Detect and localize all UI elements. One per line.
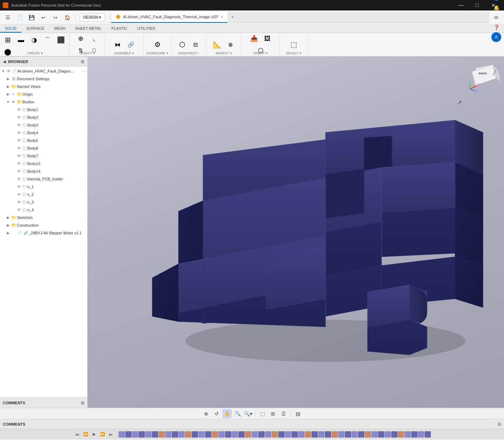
tree-eye-n4[interactable]: 👁 <box>16 208 22 212</box>
display-mode-button[interactable]: ▤ <box>293 409 302 418</box>
tree-extra-root[interactable]: ⋯ <box>82 69 86 73</box>
tree-check-body7[interactable]: ☐ <box>22 154 27 158</box>
tree-check-body3[interactable]: ☐ <box>22 123 27 128</box>
timeline-item[interactable] <box>371 431 378 438</box>
offset-plane-tool[interactable]: ⬡ <box>176 39 189 50</box>
tree-eye-thermal-pcb[interactable]: 👁 <box>16 177 22 181</box>
tree-item-body6[interactable]: 👁 ☐ Body6 <box>0 144 87 152</box>
ribbon-tab-sheet-metal[interactable]: SHEET METAL <box>70 25 106 33</box>
timeline-item[interactable] <box>165 431 172 438</box>
nav-cube[interactable]: BACK RIGHT X Y Z <box>468 61 500 92</box>
sweep-tool[interactable]: ⌒ <box>41 34 54 46</box>
3d-model[interactable] <box>88 57 504 408</box>
viewport[interactable]: BACK RIGHT X Y Z ↗ <box>88 57 504 408</box>
timeline-item[interactable] <box>119 431 125 438</box>
messages-icon[interactable]: ✉ <box>491 13 501 22</box>
tree-eye-body14[interactable]: 👁 <box>16 169 22 173</box>
maximize-button[interactable]: □ <box>469 0 485 11</box>
insert-derive-tool[interactable]: 📥 <box>248 33 260 44</box>
tree-expand-sketches[interactable]: ▶ <box>6 216 10 219</box>
tree-check-body14[interactable]: ☐ <box>22 169 27 174</box>
tree-check-body12[interactable]: ☐ <box>22 161 27 166</box>
timeline-item[interactable] <box>125 431 132 438</box>
timeline-item[interactable] <box>365 431 371 438</box>
tree-check-n1[interactable]: ☐ <box>22 185 27 189</box>
tree-item-thermal-pcb[interactable]: 👁 ☐ thermal_PCB_holder <box>0 175 87 183</box>
select-tool[interactable]: ⬚ <box>288 39 300 50</box>
tree-item-named-views[interactable]: ▶ 📁 Named Views <box>0 83 87 90</box>
tree-check-n3[interactable]: ☐ <box>22 200 27 205</box>
timeline-item[interactable] <box>192 431 198 438</box>
timeline-item[interactable] <box>132 431 138 438</box>
interference-tool[interactable]: ⊗ <box>224 39 237 50</box>
tree-item-n4[interactable]: 👁 ☐ n_4 <box>0 206 87 214</box>
playback-skip-start[interactable]: ⏮ <box>74 431 81 438</box>
timeline-item[interactable] <box>139 431 145 438</box>
ribbon-tab-solid[interactable]: SOLID <box>0 25 21 33</box>
tree-item-n2[interactable]: 👁 ☐ n_2 <box>0 191 87 198</box>
ribbon-tab-surface[interactable]: SURFACE <box>21 25 49 33</box>
display-settings-button[interactable]: ☰ <box>279 409 288 418</box>
timeline-item[interactable] <box>331 431 338 438</box>
tree-eye-body7[interactable]: 👁 <box>16 154 22 158</box>
ribbon-tab-mesh[interactable]: MESH <box>49 25 70 33</box>
timeline-item[interactable] <box>385 431 391 438</box>
notification-icon[interactable]: 🔔 <box>491 3 501 13</box>
design-workspace-button[interactable]: DESIGN ▾ <box>79 13 105 21</box>
playback-prev[interactable]: ⏪ <box>82 431 90 438</box>
grid-button[interactable]: ⊞ <box>268 409 278 418</box>
tree-item-stepper[interactable]: ▶ 📄 🔗 _28BYJ-48 Stepper Motor v1:1 <box>0 229 87 237</box>
tree-expand-root[interactable]: ▼ <box>1 69 6 73</box>
tree-check-n4[interactable]: ☐ <box>22 208 27 212</box>
timeline-item[interactable] <box>172 431 178 438</box>
tree-item-doc-settings[interactable]: ▶ ⚙ Document Settings <box>0 75 87 83</box>
timeline-item[interactable] <box>145 431 152 438</box>
pan-fit-button[interactable]: ⊕ <box>202 409 211 418</box>
tree-eye-n3[interactable]: 👁 <box>16 200 22 204</box>
tree-item-body1[interactable]: 👁 ☐ Body1 <box>0 106 87 114</box>
tree-check-body5[interactable]: ☐ <box>22 138 27 143</box>
help-icon[interactable]: ❓ <box>491 22 501 32</box>
timeline-item[interactable] <box>378 431 384 438</box>
tree-item-bodies[interactable]: ▼ 👁 📁 Bodies <box>0 98 87 106</box>
timeline-item[interactable] <box>225 431 231 438</box>
box-tool[interactable]: ⬛ <box>55 34 67 46</box>
timeline-item[interactable] <box>398 431 404 438</box>
rigid-tool[interactable]: 🔗 <box>125 39 137 50</box>
tree-item-body12[interactable]: 👁 ☐ Body12 <box>0 160 87 167</box>
tree-check-n2[interactable]: ☐ <box>22 192 27 197</box>
help-online-icon[interactable]: 🌐 <box>491 0 501 3</box>
tree-eye-n1[interactable]: 👁 <box>16 185 22 189</box>
tree-item-body2[interactable]: 👁 ☐ Body2 <box>0 114 87 121</box>
tree-item-body5[interactable]: 👁 ☐ Body5 <box>0 137 87 144</box>
timeline-item[interactable] <box>205 431 211 438</box>
file-button[interactable]: 📄 <box>15 13 24 22</box>
tree-eye-body5[interactable]: 👁 <box>16 138 22 143</box>
tree-expand-construction[interactable]: ▶ <box>6 224 10 227</box>
tree-expand-named-views[interactable]: ▶ <box>6 85 10 88</box>
midplane-tool[interactable]: ⊟ <box>189 39 202 50</box>
timeline-item[interactable] <box>351 431 358 438</box>
tree-eye-bodies[interactable]: 👁 <box>10 100 16 104</box>
tree-item-n1[interactable]: 👁 ☐ n_1 <box>0 183 87 191</box>
timeline-item[interactable] <box>198 431 205 438</box>
browser-collapse-button[interactable]: ◀ <box>3 59 6 64</box>
ribbon-tab-plastic[interactable]: PLASTIC <box>106 25 132 33</box>
timeline-item[interactable] <box>325 431 331 438</box>
browser-expand-button[interactable]: ⊞ <box>81 59 84 64</box>
timeline-item[interactable] <box>298 431 304 438</box>
tree-item-body7[interactable]: 👁 ☐ Body7 <box>0 152 87 160</box>
tree-item-origin[interactable]: ▶ 👁 📁 Origin <box>0 90 87 98</box>
user-avatar[interactable]: A <box>491 32 501 42</box>
tree-item-body14[interactable]: 👁 ☐ Body14 <box>0 167 87 175</box>
timeline-item[interactable] <box>185 431 191 438</box>
timeline-item[interactable] <box>411 431 418 438</box>
ribbon-tab-utilities[interactable]: UTILITIES <box>132 25 160 33</box>
configure-tool[interactable]: ⚙ <box>151 39 164 50</box>
tab-close-button[interactable]: ✕ <box>220 15 223 19</box>
fillet-tool[interactable]: ◟ <box>88 33 100 44</box>
insert-canvas-tool[interactable]: 🖼 <box>261 33 274 44</box>
timeline-item[interactable] <box>265 431 271 438</box>
measure-tool[interactable]: 📐 <box>211 39 224 50</box>
redo-button[interactable]: ↪ <box>50 13 60 22</box>
